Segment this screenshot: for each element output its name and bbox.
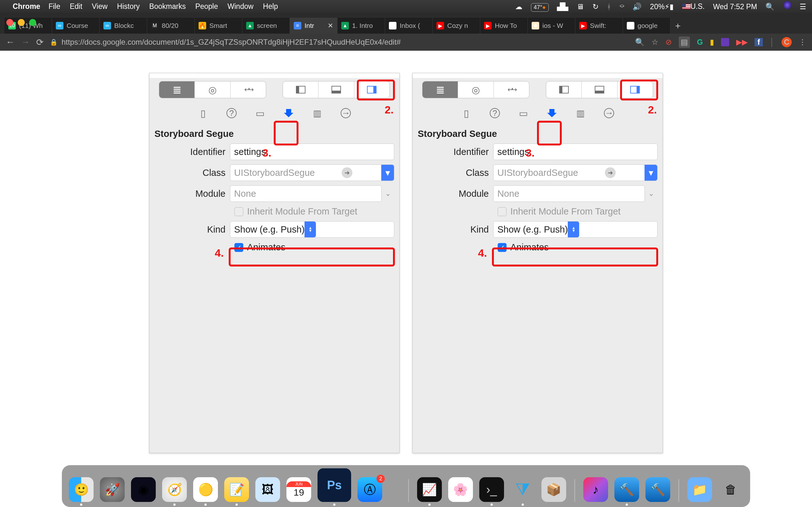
calendar-icon[interactable]: JUN 19: [287, 477, 311, 502]
safari-icon[interactable]: 🧭: [162, 477, 187, 502]
finder-icon[interactable]: 🙂: [69, 477, 94, 502]
toggle-inspector-icon[interactable]: [618, 81, 653, 98]
trash-icon[interactable]: 🗑: [718, 477, 743, 502]
preview-icon[interactable]: 🖼: [255, 477, 280, 502]
browser-tab[interactable]: ▶How To: [480, 18, 528, 34]
identity-inspector-icon[interactable]: [517, 107, 529, 119]
browser-tab[interactable]: ▲1. Intro: [338, 18, 385, 34]
chevron-down-icon[interactable]: ▾: [645, 165, 657, 181]
grammarly-icon[interactable]: G: [697, 38, 703, 47]
xcode-beta-icon[interactable]: 🔨: [646, 477, 670, 502]
stepper-icon[interactable]: ▲▼: [305, 222, 316, 237]
module-select[interactable]: None: [493, 185, 645, 202]
notes-icon[interactable]: 📝: [224, 477, 249, 502]
back-button[interactable]: ←: [6, 37, 14, 47]
chrome-icon[interactable]: 🟡: [193, 477, 218, 502]
app-name[interactable]: Chrome: [13, 2, 40, 11]
siri-icon[interactable]: [783, 1, 792, 9]
browser-tab[interactable]: M80/20: [147, 18, 195, 34]
jump-to-class-icon[interactable]: ➜: [605, 167, 616, 178]
editor-mode-assistant-icon[interactable]: [195, 81, 230, 98]
chevron-down-icon[interactable]: ⌄: [382, 189, 394, 198]
editor-mode-version-icon[interactable]: [494, 81, 529, 98]
quickhelp-inspector-icon[interactable]: [225, 107, 238, 119]
toggle-inspector-icon[interactable]: [354, 81, 390, 98]
virtualbox-icon[interactable]: 📦: [542, 477, 566, 502]
chevron-down-icon[interactable]: ▾: [381, 165, 394, 181]
help-icon[interactable]: ?: [389, 478, 400, 502]
animates-checkbox[interactable]: ✓Animates: [418, 242, 658, 252]
editor-mode-standard-icon[interactable]: [159, 81, 195, 98]
url-field[interactable]: 🔒 https://docs.google.com/document/d/1s_…: [50, 38, 629, 47]
toggle-navigator-icon[interactable]: [546, 81, 582, 98]
identifier-input[interactable]: settings: [230, 144, 394, 160]
appstore-icon[interactable]: Ⓐ2: [357, 477, 382, 502]
editor-mode-assistant-icon[interactable]: [458, 81, 494, 98]
cloud-icon[interactable]: ☁︎: [515, 3, 522, 11]
attributes-inspector-icon[interactable]: [283, 107, 295, 119]
stepper-icon[interactable]: ▲▼: [568, 222, 579, 237]
editor-mode-standard-icon[interactable]: [422, 81, 458, 98]
browser-tab[interactable]: MInbox (: [385, 18, 433, 34]
identity-inspector-icon[interactable]: [254, 107, 266, 119]
identifier-input[interactable]: settings: [493, 144, 658, 160]
toggle-debug-icon[interactable]: [582, 81, 617, 98]
toggle-navigator-icon[interactable]: [283, 81, 318, 98]
extension-icon[interactable]: ▮: [710, 38, 714, 47]
new-tab-button[interactable]: ＋: [670, 18, 685, 34]
quickhelp-inspector-icon[interactable]: [489, 107, 501, 119]
extension-icon[interactable]: ▤: [679, 37, 690, 48]
photos-icon[interactable]: 🌸: [448, 477, 473, 502]
vscode-icon[interactable]: ⧩: [510, 477, 535, 502]
module-select[interactable]: None: [230, 185, 382, 202]
menu-edit[interactable]: Edit: [70, 2, 83, 11]
bookmark-star-icon[interactable]: ☆: [652, 38, 658, 47]
editor-mode-version-icon[interactable]: [231, 81, 266, 98]
file-inspector-icon[interactable]: [197, 107, 209, 119]
volume-icon[interactable]: 🔊: [632, 3, 642, 11]
menu-people[interactable]: People: [195, 2, 218, 11]
browser-tab[interactable]: Ggoogle: [623, 18, 670, 34]
connections-inspector-icon[interactable]: [603, 107, 615, 119]
activity-monitor-icon[interactable]: 📈: [417, 477, 442, 502]
close-window-button[interactable]: [6, 19, 13, 26]
clock[interactable]: Wed 7:52 PM: [713, 3, 757, 11]
reload-button[interactable]: ⟳: [36, 37, 44, 48]
siri-dock-icon[interactable]: ◉: [131, 477, 156, 502]
browser-tab[interactable]: ▶Cozy n: [433, 18, 480, 34]
close-tab-icon[interactable]: ✕: [328, 22, 334, 30]
kind-select[interactable]: Show (e.g. Push)▲▼: [230, 221, 394, 238]
xcode-icon[interactable]: 🔨: [614, 477, 639, 502]
menu-window[interactable]: Window: [227, 2, 253, 11]
chevron-down-icon[interactable]: ⌄: [645, 189, 658, 198]
inherit-module-checkbox[interactable]: Inherit Module From Target: [154, 206, 394, 217]
browser-tab[interactable]: ∞Blockc: [100, 18, 147, 34]
spotlight-icon[interactable]: 🔍: [765, 3, 774, 11]
extension-icon[interactable]: ⊘: [665, 38, 672, 47]
extension-icon[interactable]: [721, 38, 729, 46]
menu-help[interactable]: Help: [263, 2, 278, 11]
launchpad-icon[interactable]: 🚀: [100, 477, 125, 502]
extension-icon[interactable]: ▶▶: [736, 38, 748, 47]
menu-history[interactable]: History: [117, 2, 140, 11]
browser-tab[interactable]: ▲screen: [242, 18, 290, 34]
menu-bookmarks[interactable]: Bookmarks: [149, 2, 186, 11]
class-combo[interactable]: UIStoryboardSegue➜▾: [230, 164, 394, 181]
inherit-module-checkbox[interactable]: Inherit Module From Target: [418, 206, 658, 217]
attributes-inspector-icon[interactable]: [546, 107, 558, 119]
browser-menu-icon[interactable]: ⋮: [799, 38, 806, 47]
size-inspector-icon[interactable]: [311, 107, 323, 119]
browser-tab[interactable]: ❖ios - W: [528, 18, 575, 34]
animates-checkbox[interactable]: ✓Animates: [154, 242, 394, 252]
weather-status[interactable]: 47° ●: [531, 3, 549, 12]
menu-extra-icon[interactable]: ▟▙: [557, 3, 568, 11]
forward-button[interactable]: →: [21, 37, 30, 47]
terminal-icon[interactable]: ›_: [479, 477, 504, 502]
zoom-window-button[interactable]: [29, 19, 36, 26]
wifi-icon[interactable]: ⌔: [620, 3, 624, 11]
browser-tab[interactable]: ∞Course: [52, 18, 100, 34]
display-icon[interactable]: 🖥: [577, 3, 584, 11]
kind-select[interactable]: Show (e.g. Push)▲▼: [493, 221, 658, 238]
photoshop-icon[interactable]: Ps: [317, 468, 351, 502]
minimize-window-button[interactable]: [18, 19, 25, 26]
